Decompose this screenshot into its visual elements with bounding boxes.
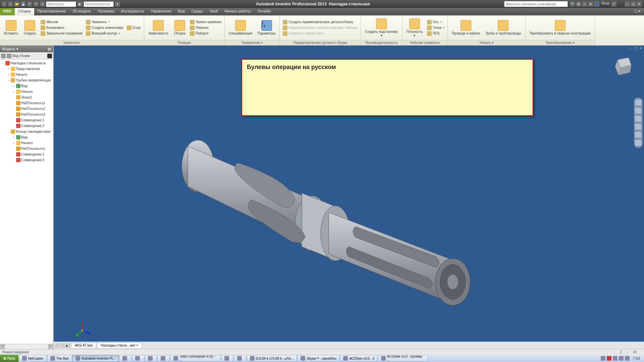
ribbon-small-button[interactable]: Создать параметрическую деталь/сборку: [282, 19, 359, 25]
ribbon-small-button[interactable]: Зеркальное отражение: [40, 31, 84, 36]
view-mode-icon[interactable]: [7, 54, 11, 58]
filter-dropdown[interactable]: Вид сборки: [12, 54, 30, 58]
tree-node[interactable]: Совмещение:1: [0, 117, 53, 123]
tray-icon[interactable]: [601, 356, 605, 361]
open-icon[interactable]: 📂: [14, 1, 19, 7]
tree-node[interactable]: +Начало: [0, 89, 53, 95]
min-icon[interactable]: ─: [625, 1, 630, 7]
search-input[interactable]: [504, 1, 568, 7]
ribbon-button[interactable]: fxПараметры: [256, 19, 277, 36]
viewcube[interactable]: [611, 56, 635, 79]
tree-node[interactable]: Совмещение:2: [0, 123, 53, 129]
doc-tab[interactable]: Накладка стволь...iam ×: [97, 343, 142, 349]
taskbar-button[interactable]: Skype™ - pavelrilov: [298, 355, 339, 362]
tree-node[interactable]: РабПлоскость1: [0, 100, 53, 106]
browser-opts-icon[interactable]: ▤: [48, 47, 51, 51]
browser-title[interactable]: Модель ▾: [2, 47, 18, 51]
expand-icon[interactable]: −: [1, 62, 5, 65]
find-icon[interactable]: [47, 54, 52, 58]
doc-tab[interactable]: AKS-47.iam: [71, 343, 96, 349]
expand-icon[interactable]: −: [7, 79, 10, 82]
signin-icon[interactable]: 👤: [594, 1, 599, 7]
menu-tab[interactable]: Сборка: [15, 8, 34, 15]
nav-orbit-icon[interactable]: [635, 124, 641, 130]
signin-label[interactable]: Вход: [600, 1, 610, 7]
ribbon-small-button[interactable]: iCopy: [126, 25, 142, 31]
doctab-list-icon[interactable]: [55, 343, 60, 348]
taskbar-button[interactable]: [119, 355, 131, 362]
ribbon-button[interactable]: Трубы и трубопроводы: [483, 19, 523, 36]
ribbon-small-button[interactable]: Массив: [40, 19, 84, 25]
viewport[interactable]: ─ ▢ ✕ Булевы операции на русском: [54, 46, 644, 349]
app-icon[interactable]: I: [1, 1, 7, 7]
undo-icon[interactable]: ↶: [27, 1, 32, 7]
tray-net-icon[interactable]: [613, 356, 618, 361]
material-dropdown[interactable]: Материал: [46, 1, 76, 7]
print-icon[interactable]: ⎙: [40, 1, 45, 7]
ribbon-small-button[interactable]: Захват-привязка: [189, 19, 222, 25]
tray-app-icon[interactable]: [625, 356, 630, 361]
expand-icon[interactable]: +: [12, 84, 15, 88]
taskbar-button[interactable]: NetCaptor: [19, 355, 47, 362]
nav-pan-icon[interactable]: [635, 108, 641, 114]
save-icon[interactable]: 💾: [20, 1, 26, 7]
menu-tab[interactable]: Начало работы: [221, 8, 254, 15]
ribbon-small-button[interactable]: Точка▾: [426, 25, 445, 31]
ribbon-small-button[interactable]: Внешний контур▾: [85, 31, 124, 36]
menu-tab[interactable]: Инструменты: [118, 8, 148, 15]
ribbon-button[interactable]: Преобразовать в сварную конструкцию: [528, 19, 593, 36]
close-icon[interactable]: ✕: [637, 1, 642, 7]
fav-icon[interactable]: ★: [588, 1, 593, 7]
filter-icon[interactable]: [1, 54, 6, 58]
taskbar-button[interactable]: The Bat!: [47, 355, 72, 362]
doctab-up-icon[interactable]: ▴: [66, 343, 70, 348]
expand-icon[interactable]: +: [12, 90, 15, 94]
menu-tab[interactable]: Онлайн: [254, 8, 274, 15]
taskbar-button[interactable]: ACDSee v3.0 - 2: [340, 355, 377, 362]
tray-lang-icon[interactable]: [607, 356, 611, 361]
taskbar-button[interactable]: [145, 355, 157, 362]
taskbar-button[interactable]: [158, 355, 170, 362]
nav-wheel-icon[interactable]: [635, 100, 641, 106]
tree-node[interactable]: −Накладка ствольная.ia: [0, 60, 53, 66]
ribbon-small-button[interactable]: ПСК: [426, 31, 445, 36]
taskbar-button[interactable]: Autodesk Inventor Pr...: [72, 355, 118, 362]
ribbon-button[interactable]: Создать подстановку▾: [363, 18, 400, 38]
tree-node[interactable]: +Вид:: [0, 83, 53, 89]
tree-node[interactable]: Совмещение:2: [0, 157, 53, 163]
tree-node[interactable]: РабПлоскость2: [0, 106, 53, 112]
menu-tab[interactable]: Проверка: [95, 8, 118, 15]
view-dropdown[interactable]: Представление: [84, 1, 114, 7]
redo-icon[interactable]: ↷: [33, 1, 39, 7]
tree-node[interactable]: −Кольцо накладки пере: [0, 129, 53, 134]
expand-icon[interactable]: +: [12, 141, 15, 145]
ribbon-small-button[interactable]: Создать компоновку: [85, 25, 124, 31]
scroll-left-icon[interactable]: ◄: [0, 344, 5, 349]
ribbon-small-button[interactable]: Поворот: [189, 31, 222, 36]
tray-vol-icon[interactable]: [619, 356, 624, 361]
ribbon-small-button[interactable]: Ось▾: [426, 19, 445, 25]
scroll-track[interactable]: [5, 344, 48, 349]
max-icon[interactable]: ▢: [631, 1, 636, 7]
tree-node[interactable]: Эскиз2: [0, 95, 53, 100]
qat-more-icon[interactable]: ▾: [115, 1, 120, 7]
taskbar-button[interactable]: ACDSee v3.0 - Булевы ...: [378, 355, 428, 362]
help-icon[interactable]: ?: [611, 1, 616, 7]
annotation-note[interactable]: Булевы операции на русском: [241, 59, 533, 116]
menu-tab[interactable]: Среды: [188, 8, 206, 15]
nav-home-icon[interactable]: [635, 140, 641, 146]
search-go-icon[interactable]: 🔍: [570, 1, 575, 7]
tree-node[interactable]: +Начало: [0, 72, 53, 77]
ribbon-button[interactable]: Создать: [21, 19, 38, 36]
tree-node[interactable]: РабПлоскость3: [0, 112, 53, 117]
expand-icon[interactable]: +: [7, 67, 10, 71]
tree-node[interactable]: +Вид:: [0, 134, 53, 140]
ribbon-small-button[interactable]: Заменить▾: [85, 19, 124, 25]
vp-close-icon[interactable]: ✕: [639, 46, 643, 50]
ribbon-button[interactable]: Спецификация: [227, 19, 254, 36]
ribbon-min-icon[interactable]: ▢ ▾: [631, 8, 644, 15]
tree-node[interactable]: −Трубка направляющая: [0, 77, 53, 83]
nav-zoom-icon[interactable]: [635, 116, 641, 122]
taskbar-button[interactable]: [234, 355, 246, 362]
new-icon[interactable]: □: [8, 1, 13, 7]
